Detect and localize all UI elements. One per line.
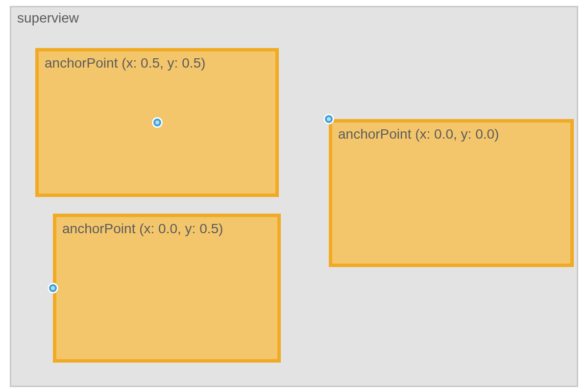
anchor-box-label: anchorPoint (x: 0.0, y: 0.0)	[338, 126, 499, 142]
anchor-box-left-mid: anchorPoint (x: 0.0, y: 0.5)	[53, 214, 281, 363]
anchor-box-label: anchorPoint (x: 0.5, y: 0.5)	[45, 55, 205, 71]
anchor-point-dot-icon	[323, 114, 334, 124]
anchor-box-top-left: anchorPoint (x: 0.0, y: 0.0)	[329, 119, 574, 267]
superview-container: superview anchorPoint (x: 0.5, y: 0.5) a…	[10, 6, 578, 387]
anchor-box-center: anchorPoint (x: 0.5, y: 0.5)	[35, 48, 279, 197]
superview-label: superview	[17, 10, 79, 26]
anchor-box-label: anchorPoint (x: 0.0, y: 0.5)	[62, 221, 223, 237]
anchor-point-dot-icon	[48, 283, 58, 294]
anchor-point-dot-icon	[152, 117, 163, 128]
